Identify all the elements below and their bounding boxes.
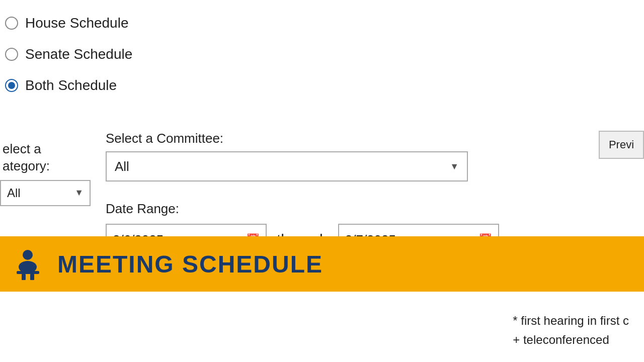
category-arrow-icon: ▼ [74, 188, 84, 198]
category-value: All [7, 186, 21, 200]
legend-section: * first hearing in first c + teleconfere… [498, 304, 644, 362]
category-section: elect aategory: All ▼ [0, 141, 91, 206]
svg-rect-3 [22, 274, 26, 280]
committee-arrow-icon: ▼ [450, 161, 459, 172]
svg-rect-2 [17, 271, 39, 274]
category-dropdown[interactable]: All ▼ [0, 180, 91, 206]
legend-item-2: + teleconferenced [513, 333, 629, 347]
meeting-banner-title: MEETING SCHEDULE [57, 250, 323, 278]
radio-label-senate: Senate Schedule [25, 46, 132, 62]
radio-label-both: Both Schedule [25, 77, 117, 94]
date-range-label: Date Range: [106, 201, 499, 217]
radio-circle-both[interactable] [5, 79, 18, 92]
committee-label: Select a Committee: [106, 131, 468, 146]
committee-dropdown[interactable]: All ▼ [106, 151, 468, 182]
preview-button[interactable]: Previ [599, 131, 644, 159]
committee-value: All [115, 159, 129, 174]
radio-both[interactable]: Both Schedule [5, 77, 132, 94]
radio-label-house: House Schedule [25, 15, 128, 31]
legend-item-1: * first hearing in first c [513, 314, 629, 328]
meeting-icon [10, 246, 45, 282]
category-label: elect aategory: [0, 141, 91, 175]
page-container: House Schedule Senate Schedule Both Sche… [0, 0, 644, 362]
radio-circle-senate[interactable] [5, 48, 18, 61]
meeting-banner: MEETING SCHEDULE [0, 236, 644, 292]
radio-house[interactable]: House Schedule [5, 15, 132, 31]
svg-point-0 [23, 250, 33, 260]
preview-label: Previ [609, 138, 634, 151]
radio-circle-house[interactable] [5, 17, 18, 30]
radio-senate[interactable]: Senate Schedule [5, 46, 132, 62]
svg-rect-4 [30, 274, 34, 280]
committee-section: Select a Committee: All ▼ [106, 131, 468, 182]
radio-group: House Schedule Senate Schedule Both Sche… [5, 15, 132, 94]
